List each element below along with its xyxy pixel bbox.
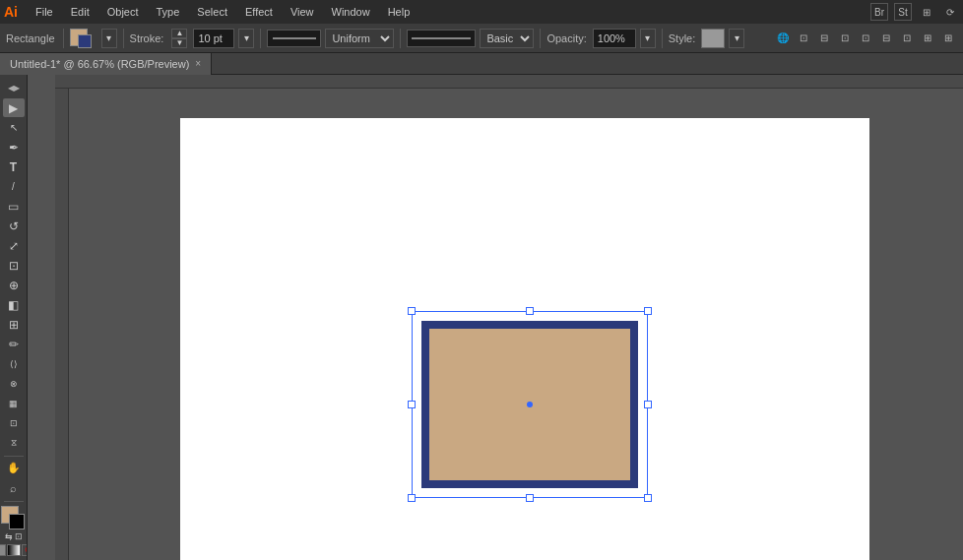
- stroke-up-btn[interactable]: ▲: [171, 29, 187, 38]
- align-bottom-icon[interactable]: ⊡: [898, 30, 916, 47]
- handle-top-mid[interactable]: [526, 307, 534, 315]
- tab-bar: Untitled-1* @ 66.67% (RGB/Preview) ×: [0, 53, 963, 75]
- menu-edit[interactable]: Edit: [63, 4, 97, 20]
- menu-object[interactable]: Object: [99, 4, 147, 20]
- profile-dropdown[interactable]: Basic: [480, 29, 534, 48]
- canvas-area: [28, 75, 963, 560]
- stroke-unit-dropdown[interactable]: ▾: [238, 29, 254, 48]
- horizontal-ruler: [55, 75, 963, 89]
- menu-select[interactable]: Select: [189, 4, 235, 20]
- workspace-icon[interactable]: ⊞: [918, 3, 935, 21]
- rectangle-tool-btn[interactable]: ▭: [3, 197, 25, 216]
- zoom-tool-btn[interactable]: ⌕: [3, 478, 25, 497]
- shape-label: Rectangle: [6, 32, 55, 44]
- document-tab[interactable]: Untitled-1* @ 66.67% (RGB/Preview) ×: [0, 53, 212, 75]
- opacity-dropdown-btn[interactable]: ▾: [640, 29, 656, 48]
- divider-1: [63, 29, 64, 48]
- divider-3: [260, 29, 261, 48]
- selected-object-wrapper[interactable]: [412, 311, 648, 498]
- color-swatch-area: [1, 506, 27, 529]
- profile-line: [412, 37, 471, 39]
- gradient-tool-btn[interactable]: ◧: [3, 295, 25, 314]
- fill-options-btn[interactable]: ▾: [101, 29, 117, 48]
- handle-top-right[interactable]: [644, 307, 652, 315]
- divider-6: [662, 29, 663, 48]
- globe-icon[interactable]: 🌐: [774, 30, 792, 47]
- distribute-v-icon[interactable]: ⊞: [939, 30, 957, 47]
- menu-window[interactable]: Window: [324, 4, 378, 20]
- handle-mid-left[interactable]: [408, 401, 416, 408]
- swap-colors-btn[interactable]: ⇆: [5, 531, 13, 541]
- divider-5: [540, 29, 541, 48]
- handle-bottom-mid[interactable]: [526, 494, 534, 502]
- style-label: Style:: [669, 32, 696, 44]
- opacity-input[interactable]: [593, 29, 636, 48]
- app-logo: Ai: [4, 4, 18, 20]
- stroke-color-box[interactable]: [9, 514, 25, 529]
- line-tool-btn[interactable]: /: [3, 177, 25, 196]
- left-toolbar: ◀▶ ▶ ↖ ✒ T / ▭ ↺ ⤢ ⊡ ⊕ ◧ ⊞ ✏ ⟨⟩ ⊗ ▦ ⊡ ⧖ …: [0, 75, 28, 560]
- handle-bottom-left[interactable]: [408, 494, 416, 502]
- stock-icon[interactable]: St: [894, 3, 912, 21]
- free-transform-tool-btn[interactable]: ⊡: [3, 256, 25, 275]
- handle-top-left[interactable]: [408, 307, 416, 315]
- symbol-spray-tool-btn[interactable]: ⊗: [3, 374, 25, 393]
- handle-mid-right[interactable]: [644, 401, 652, 408]
- align-center-h-icon[interactable]: ⊟: [815, 30, 833, 47]
- menu-file[interactable]: File: [28, 4, 61, 20]
- stroke-swatch-small[interactable]: [78, 34, 92, 48]
- pen-tool-btn[interactable]: ✒: [3, 138, 25, 156]
- hand-tool-btn[interactable]: ✋: [3, 459, 25, 477]
- warp-tool-btn[interactable]: ⤢: [3, 236, 25, 255]
- align-top-icon[interactable]: ⊡: [857, 30, 874, 47]
- distribute-h-icon[interactable]: ⊞: [919, 30, 936, 47]
- profile-line-preview: [407, 30, 476, 47]
- toolbar-right-icons: 🌐 ⊡ ⊟ ⊡ ⊡ ⊟ ⊡ ⊞ ⊞: [774, 30, 957, 47]
- menu-type[interactable]: Type: [149, 4, 188, 20]
- shape-builder-tool-btn[interactable]: ⊕: [3, 276, 25, 294]
- sync-icon[interactable]: ⟳: [941, 3, 959, 21]
- style-swatch[interactable]: [701, 29, 725, 48]
- menu-bar: Ai File Edit Object Type Select Effect V…: [0, 0, 963, 24]
- document-tab-close[interactable]: ×: [195, 58, 201, 69]
- document-tab-title: Untitled-1* @ 66.67% (RGB/Preview): [10, 58, 189, 70]
- menu-help[interactable]: Help: [380, 4, 418, 20]
- solid-color-btn[interactable]: [0, 544, 6, 556]
- menu-effect[interactable]: Effect: [237, 4, 281, 20]
- eyedropper-tool-btn[interactable]: ✏: [3, 335, 25, 353]
- menu-view[interactable]: View: [283, 4, 322, 20]
- toolbar: Rectangle ▾ Stroke: ▲ ▼ ▾ Uniform Width …: [0, 24, 963, 53]
- mesh-tool-btn[interactable]: ⊞: [3, 315, 25, 334]
- color-mode-btns: ⇆ ⊡: [5, 531, 23, 541]
- main-layout: ◀▶ ▶ ↖ ✒ T / ▭ ↺ ⤢ ⊡ ⊕ ◧ ⊞ ✏ ⟨⟩ ⊗ ▦ ⊡ ⧖ …: [0, 75, 963, 560]
- handle-bottom-right[interactable]: [644, 494, 652, 502]
- align-right-icon[interactable]: ⊡: [836, 30, 854, 47]
- text-tool-btn[interactable]: T: [3, 157, 25, 176]
- direct-select-tool-btn[interactable]: ↖: [3, 118, 25, 137]
- style-dropdown-btn[interactable]: ▾: [729, 29, 744, 48]
- divider-2: [123, 29, 124, 48]
- toolbar-expand-btn[interactable]: ◀▶: [3, 79, 25, 97]
- tool-separator-2: [4, 501, 24, 502]
- center-point: [527, 402, 533, 407]
- artboard-tool-btn[interactable]: ⊡: [3, 414, 25, 433]
- stroke-down-btn[interactable]: ▼: [171, 38, 187, 48]
- blend-tool-btn[interactable]: ⟨⟩: [3, 354, 25, 373]
- selection-tool-btn[interactable]: ▶: [3, 98, 25, 117]
- stroke-line-preview: [267, 30, 321, 47]
- tool-separator: [4, 456, 24, 457]
- default-colors-btn[interactable]: ⊡: [15, 531, 23, 541]
- rotate-tool-btn[interactable]: ↺: [3, 217, 25, 235]
- stroke-bar-line: [273, 37, 316, 39]
- stroke-uniform-dropdown[interactable]: Uniform Width Profile 1 Width Profile 2: [325, 29, 394, 48]
- opacity-label: Opacity:: [546, 32, 586, 44]
- stroke-label: Stroke:: [130, 32, 164, 44]
- align-center-v-icon[interactable]: ⊟: [877, 30, 895, 47]
- graph-tool-btn[interactable]: ▦: [3, 395, 25, 413]
- gradient-color-btn[interactable]: [7, 544, 21, 556]
- slice-tool-btn[interactable]: ⧖: [3, 434, 25, 453]
- color-type-btns: ⊘: [0, 544, 28, 556]
- bridge-icon[interactable]: Br: [870, 3, 888, 21]
- stroke-value-input[interactable]: [193, 29, 234, 48]
- align-left-icon[interactable]: ⊡: [795, 30, 812, 47]
